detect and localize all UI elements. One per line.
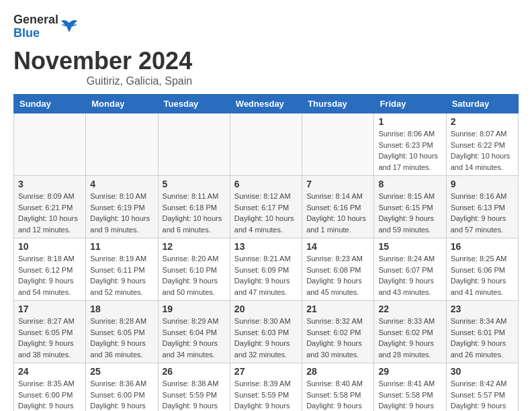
day-number: 5 bbox=[163, 179, 226, 189]
day-number: 10 bbox=[18, 241, 81, 252]
day-number: 9 bbox=[451, 179, 514, 189]
day-number: 8 bbox=[378, 179, 441, 189]
calendar-week-row-5: 24Sunrise: 8:35 AMSunset: 6:00 PMDayligh… bbox=[14, 363, 519, 412]
calendar-cell-3-5: 14Sunrise: 8:23 AMSunset: 6:08 PMDayligh… bbox=[302, 238, 374, 301]
day-number: 30 bbox=[451, 366, 514, 377]
day-info: Sunrise: 8:30 AMSunset: 6:03 PMDaylight:… bbox=[234, 316, 298, 360]
day-info: Sunrise: 8:14 AMSunset: 6:16 PMDaylight:… bbox=[306, 191, 369, 235]
header: General Blue November 2024 Guitiriz, Gal… bbox=[13, 47, 519, 87]
calendar-cell-2-7: 9Sunrise: 8:16 AMSunset: 6:13 PMDaylight… bbox=[446, 176, 518, 238]
day-number: 11 bbox=[90, 241, 153, 252]
calendar-cell-3-7: 16Sunrise: 8:25 AMSunset: 6:06 PMDayligh… bbox=[446, 238, 518, 301]
day-number: 1 bbox=[378, 116, 441, 127]
day-info: Sunrise: 8:32 AMSunset: 6:02 PMDaylight:… bbox=[306, 316, 369, 360]
day-info: Sunrise: 8:25 AMSunset: 6:06 PMDaylight:… bbox=[451, 253, 514, 298]
day-info: Sunrise: 8:39 AMSunset: 5:59 PMDaylight:… bbox=[234, 378, 298, 411]
calendar-cell-1-7: 2Sunrise: 8:07 AMSunset: 6:22 PMDaylight… bbox=[446, 113, 518, 176]
calendar-cell-2-1: 3Sunrise: 8:09 AMSunset: 6:21 PMDaylight… bbox=[14, 176, 86, 238]
day-info: Sunrise: 8:10 AMSunset: 6:19 PMDaylight:… bbox=[90, 191, 153, 235]
logo-container: General Blue bbox=[13, 13, 79, 40]
day-info: Sunrise: 8:21 AMSunset: 6:09 PMDaylight:… bbox=[234, 253, 298, 298]
day-info: Sunrise: 8:34 AMSunset: 6:01 PMDaylight:… bbox=[451, 316, 514, 360]
location: Guitiriz, Galicia, Spain bbox=[13, 75, 192, 87]
day-number: 2 bbox=[451, 116, 514, 127]
day-info: Sunrise: 8:11 AMSunset: 6:18 PMDaylight:… bbox=[163, 191, 226, 235]
calendar-cell-4-6: 22Sunrise: 8:33 AMSunset: 6:02 PMDayligh… bbox=[374, 301, 446, 363]
month-title: November 2024 bbox=[13, 47, 192, 75]
day-info: Sunrise: 8:27 AMSunset: 6:05 PMDaylight:… bbox=[18, 316, 81, 360]
day-number: 25 bbox=[90, 366, 153, 377]
title-area: November 2024 Guitiriz, Galicia, Spain bbox=[13, 47, 192, 87]
calendar-week-row-1: 1Sunrise: 8:06 AMSunset: 6:23 PMDaylight… bbox=[14, 113, 519, 176]
day-number: 20 bbox=[234, 304, 298, 314]
calendar-cell-5-6: 29Sunrise: 8:41 AMSunset: 5:58 PMDayligh… bbox=[374, 363, 446, 412]
calendar-cell-4-3: 19Sunrise: 8:29 AMSunset: 6:04 PMDayligh… bbox=[158, 301, 230, 363]
calendar-cell-2-4: 6Sunrise: 8:12 AMSunset: 6:17 PMDaylight… bbox=[230, 176, 302, 238]
calendar-week-row-2: 3Sunrise: 8:09 AMSunset: 6:21 PMDaylight… bbox=[14, 176, 519, 238]
calendar-cell-4-4: 20Sunrise: 8:30 AMSunset: 6:03 PMDayligh… bbox=[230, 301, 302, 363]
day-number: 21 bbox=[306, 304, 369, 314]
day-number: 28 bbox=[306, 366, 369, 377]
day-info: Sunrise: 8:40 AMSunset: 5:58 PMDaylight:… bbox=[306, 378, 369, 411]
calendar-week-row-4: 17Sunrise: 8:27 AMSunset: 6:05 PMDayligh… bbox=[14, 301, 519, 363]
day-info: Sunrise: 8:42 AMSunset: 5:57 PMDaylight:… bbox=[451, 378, 514, 411]
calendar-week-row-3: 10Sunrise: 8:18 AMSunset: 6:12 PMDayligh… bbox=[14, 238, 519, 301]
col-saturday: Saturday bbox=[446, 95, 518, 113]
day-info: Sunrise: 8:19 AMSunset: 6:11 PMDaylight:… bbox=[90, 253, 153, 298]
calendar-cell-5-2: 25Sunrise: 8:36 AMSunset: 6:00 PMDayligh… bbox=[86, 363, 158, 412]
day-number: 16 bbox=[451, 241, 514, 252]
calendar-cell-4-5: 21Sunrise: 8:32 AMSunset: 6:02 PMDayligh… bbox=[302, 301, 374, 363]
calendar-cell-4-2: 18Sunrise: 8:28 AMSunset: 6:05 PMDayligh… bbox=[86, 301, 158, 363]
day-number: 7 bbox=[306, 179, 369, 189]
calendar-cell-1-1 bbox=[14, 113, 86, 176]
logo-blue: Blue bbox=[13, 27, 58, 40]
calendar-cell-1-6: 1Sunrise: 8:06 AMSunset: 6:23 PMDaylight… bbox=[374, 113, 446, 176]
day-info: Sunrise: 8:23 AMSunset: 6:08 PMDaylight:… bbox=[306, 253, 369, 298]
day-info: Sunrise: 8:07 AMSunset: 6:22 PMDaylight:… bbox=[451, 128, 514, 173]
calendar-cell-4-7: 23Sunrise: 8:34 AMSunset: 6:01 PMDayligh… bbox=[446, 301, 518, 363]
calendar-cell-3-3: 12Sunrise: 8:20 AMSunset: 6:10 PMDayligh… bbox=[158, 238, 230, 301]
calendar-cell-4-1: 17Sunrise: 8:27 AMSunset: 6:05 PMDayligh… bbox=[14, 301, 86, 363]
day-info: Sunrise: 8:24 AMSunset: 6:07 PMDaylight:… bbox=[378, 253, 441, 298]
day-info: Sunrise: 8:28 AMSunset: 6:05 PMDaylight:… bbox=[90, 316, 153, 360]
day-info: Sunrise: 8:06 AMSunset: 6:23 PMDaylight:… bbox=[378, 128, 441, 173]
calendar-cell-5-5: 28Sunrise: 8:40 AMSunset: 5:58 PMDayligh… bbox=[302, 363, 374, 412]
calendar-cell-1-2 bbox=[86, 113, 158, 176]
col-sunday: Sunday bbox=[14, 95, 86, 113]
calendar-cell-2-5: 7Sunrise: 8:14 AMSunset: 6:16 PMDaylight… bbox=[302, 176, 374, 238]
col-tuesday: Tuesday bbox=[158, 95, 230, 113]
calendar-cell-5-4: 27Sunrise: 8:39 AMSunset: 5:59 PMDayligh… bbox=[230, 363, 302, 412]
calendar-cell-3-2: 11Sunrise: 8:19 AMSunset: 6:11 PMDayligh… bbox=[86, 238, 158, 301]
day-number: 26 bbox=[163, 366, 226, 377]
day-info: Sunrise: 8:09 AMSunset: 6:21 PMDaylight:… bbox=[18, 191, 81, 235]
logo-general: General bbox=[13, 13, 58, 27]
day-number: 22 bbox=[378, 304, 441, 314]
calendar-table: Sunday Monday Tuesday Wednesday Thursday… bbox=[13, 94, 519, 411]
calendar-cell-2-2: 4Sunrise: 8:10 AMSunset: 6:19 PMDaylight… bbox=[86, 176, 158, 238]
day-info: Sunrise: 8:41 AMSunset: 5:58 PMDaylight:… bbox=[378, 378, 441, 411]
day-number: 27 bbox=[234, 366, 298, 377]
day-number: 14 bbox=[306, 241, 369, 252]
day-number: 29 bbox=[378, 366, 441, 377]
calendar-cell-3-6: 15Sunrise: 8:24 AMSunset: 6:07 PMDayligh… bbox=[374, 238, 446, 301]
calendar-cell-1-4 bbox=[230, 113, 302, 176]
calendar-cell-5-3: 26Sunrise: 8:38 AMSunset: 5:59 PMDayligh… bbox=[158, 363, 230, 412]
day-info: Sunrise: 8:38 AMSunset: 5:59 PMDaylight:… bbox=[163, 378, 226, 411]
day-info: Sunrise: 8:12 AMSunset: 6:17 PMDaylight:… bbox=[234, 191, 298, 235]
day-number: 18 bbox=[90, 304, 153, 314]
calendar-cell-5-1: 24Sunrise: 8:35 AMSunset: 6:00 PMDayligh… bbox=[14, 363, 86, 412]
day-info: Sunrise: 8:36 AMSunset: 6:00 PMDaylight:… bbox=[90, 378, 153, 411]
calendar-cell-5-7: 30Sunrise: 8:42 AMSunset: 5:57 PMDayligh… bbox=[446, 363, 518, 412]
day-number: 15 bbox=[378, 241, 441, 252]
day-number: 23 bbox=[451, 304, 514, 314]
day-info: Sunrise: 8:20 AMSunset: 6:10 PMDaylight:… bbox=[163, 253, 226, 298]
day-number: 3 bbox=[18, 179, 81, 189]
col-monday: Monday bbox=[86, 95, 158, 113]
calendar-cell-3-4: 13Sunrise: 8:21 AMSunset: 6:09 PMDayligh… bbox=[230, 238, 302, 301]
calendar-cell-2-3: 5Sunrise: 8:11 AMSunset: 6:18 PMDaylight… bbox=[158, 176, 230, 238]
day-info: Sunrise: 8:15 AMSunset: 6:15 PMDaylight:… bbox=[378, 191, 441, 235]
calendar-header-row: Sunday Monday Tuesday Wednesday Thursday… bbox=[14, 95, 519, 113]
day-number: 6 bbox=[234, 179, 298, 189]
day-number: 13 bbox=[234, 241, 298, 252]
calendar-cell-3-1: 10Sunrise: 8:18 AMSunset: 6:12 PMDayligh… bbox=[14, 238, 86, 301]
